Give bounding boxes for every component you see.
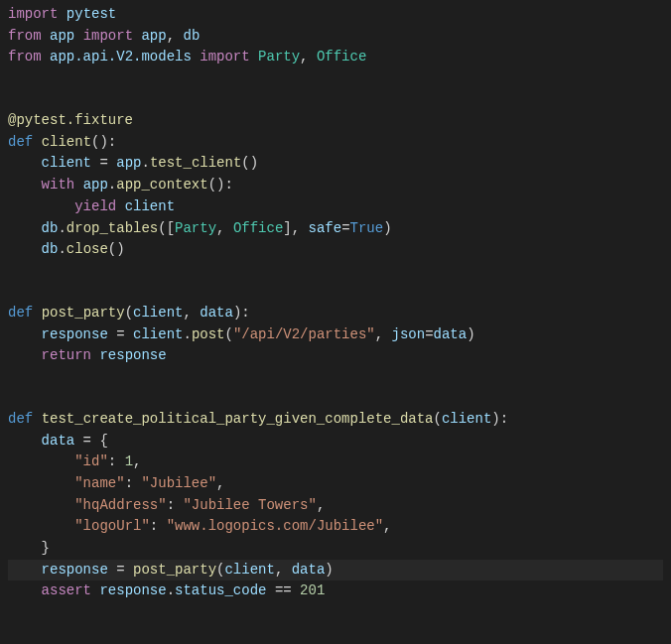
code-line: data = {	[8, 431, 663, 452]
code-line: import pytest	[8, 4, 663, 26]
blank-line	[8, 68, 663, 89]
keyword-import: import	[8, 6, 58, 22]
code-line: @pytest.fixture	[8, 110, 663, 132]
function-name: post_party	[42, 305, 125, 321]
code-line: db.drop_tables([Party, Office], safe=Tru…	[8, 218, 663, 240]
code-line: def client():	[8, 132, 663, 154]
code-line: }	[8, 538, 663, 560]
blank-line	[8, 367, 663, 388]
blank-line	[8, 282, 663, 303]
code-line: "name": "Jubilee",	[8, 473, 663, 495]
code-line: from app import app, db	[8, 26, 663, 48]
code-line: assert response.status_code == 201	[8, 580, 663, 602]
function-name: test_create_political_party_given_comple…	[42, 411, 434, 427]
code-line: response = client.post("/api/V2/parties"…	[8, 324, 663, 346]
code-line: def post_party(client, data):	[8, 303, 663, 324]
code-line: client = app.test_client()	[8, 153, 663, 175]
code-line: from app.api.V2.models import Party, Off…	[8, 47, 663, 68]
code-line: "id": 1,	[8, 451, 663, 473]
module-name: pytest	[67, 6, 116, 22]
blank-line	[8, 388, 663, 409]
code-editor[interactable]: import pytest from app import app, db fr…	[8, 4, 663, 602]
blank-line	[8, 89, 663, 110]
code-line: def test_create_political_party_given_co…	[8, 409, 663, 431]
code-line-highlighted: response = post_party(client, data)	[8, 560, 663, 581]
decorator: @pytest.fixture	[8, 112, 133, 128]
function-name: client	[42, 134, 91, 150]
code-line: "logoUrl": "www.logopics.com/Jubilee",	[8, 516, 663, 538]
code-line: yield client	[8, 196, 663, 218]
code-line: db.close()	[8, 239, 663, 261]
blank-line	[8, 261, 663, 282]
code-line: with app.app_context():	[8, 175, 663, 196]
code-line: return response	[8, 345, 663, 367]
code-line: "hqAddress": "Jubilee Towers",	[8, 495, 663, 517]
